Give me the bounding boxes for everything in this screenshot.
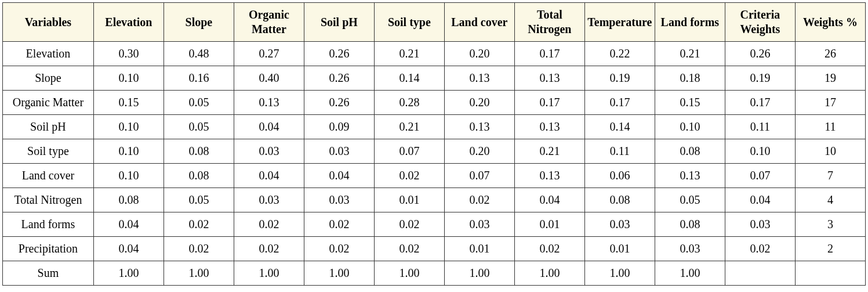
cell-value: 0.04 [93, 212, 164, 237]
header-variables: Variables [3, 3, 94, 42]
cell-value: 0.03 [234, 188, 304, 212]
cell-value: 0.20 [444, 42, 514, 66]
row-label: Soil pH [3, 115, 94, 139]
cell-value: 0.10 [93, 164, 164, 188]
cell-value: 0.08 [655, 212, 725, 237]
cell-value: 3 [795, 212, 865, 237]
cell-value: 0.10 [93, 66, 164, 91]
table-row: Soil type0.100.080.030.030.070.200.210.1… [3, 139, 866, 164]
cell-value [725, 261, 795, 286]
row-label: Land forms [3, 212, 94, 237]
cell-value: 0.28 [374, 91, 444, 115]
cell-value: 0.17 [514, 42, 584, 66]
cell-value: 0.22 [584, 42, 655, 66]
cell-value: 19 [795, 66, 865, 91]
cell-value: 0.17 [725, 91, 795, 115]
cell-value: 0.05 [164, 91, 234, 115]
cell-value: 0.07 [374, 139, 444, 164]
cell-value: 0.05 [655, 188, 725, 212]
cell-value: 11 [795, 115, 865, 139]
table-row: Land forms0.040.020.020.020.020.030.010.… [3, 212, 866, 237]
cell-value: 0.19 [584, 66, 655, 91]
row-label: Land cover [3, 164, 94, 188]
row-label: Sum [3, 261, 94, 286]
cell-value: 1.00 [164, 261, 234, 286]
cell-value: 0.02 [234, 212, 304, 237]
cell-value: 0.17 [584, 91, 655, 115]
row-label: Organic Matter [3, 91, 94, 115]
cell-value: 1.00 [584, 261, 655, 286]
cell-value: 0.14 [584, 115, 655, 139]
table-row: Elevation0.300.480.270.260.210.200.170.2… [3, 42, 866, 66]
cell-value: 0.26 [725, 42, 795, 66]
cell-value: 0.02 [374, 237, 444, 261]
cell-value: 0.02 [164, 212, 234, 237]
cell-value: 0.03 [234, 139, 304, 164]
cell-value: 0.13 [444, 66, 514, 91]
header-weightspct: Weights % [795, 3, 865, 42]
cell-value: 0.10 [725, 139, 795, 164]
cell-value: 0.21 [374, 115, 444, 139]
cell-value: 0.10 [655, 115, 725, 139]
row-label: Slope [3, 66, 94, 91]
cell-value: 0.13 [655, 164, 725, 188]
cell-value: 10 [795, 139, 865, 164]
header-critweight: Criteria Weights [725, 3, 795, 42]
cell-value: 0.07 [444, 164, 514, 188]
criteria-weights-table: Variables Elevation Slope Organic Matter… [2, 2, 866, 286]
cell-value: 0.05 [164, 188, 234, 212]
cell-value: 0.07 [725, 164, 795, 188]
cell-value: 0.04 [234, 115, 304, 139]
cell-value: 0.13 [514, 66, 584, 91]
cell-value: 0.02 [234, 237, 304, 261]
cell-value [795, 261, 865, 286]
cell-value: 0.08 [164, 164, 234, 188]
cell-value: 0.08 [655, 139, 725, 164]
cell-value: 0.01 [584, 237, 655, 261]
cell-value: 2 [795, 237, 865, 261]
cell-value: 0.06 [584, 164, 655, 188]
cell-value: 0.04 [234, 164, 304, 188]
header-soilph: Soil pH [304, 3, 374, 42]
cell-value: 0.17 [514, 91, 584, 115]
cell-value: 0.26 [304, 66, 374, 91]
cell-value: 0.01 [444, 237, 514, 261]
cell-value: 1.00 [444, 261, 514, 286]
cell-value: 1.00 [304, 261, 374, 286]
header-nitrogen: Total Nitrogen [514, 3, 584, 42]
cell-value: 0.19 [725, 66, 795, 91]
header-organic: Organic Matter [234, 3, 304, 42]
cell-value: 0.02 [304, 237, 374, 261]
header-landcover: Land cover [444, 3, 514, 42]
cell-value: 0.16 [164, 66, 234, 91]
cell-value: 0.09 [304, 115, 374, 139]
table-row: Total Nitrogen0.080.050.030.030.010.020.… [3, 188, 866, 212]
cell-value: 0.08 [164, 139, 234, 164]
cell-value: 0.13 [514, 115, 584, 139]
row-label: Total Nitrogen [3, 188, 94, 212]
cell-value: 0.13 [514, 164, 584, 188]
row-label: Elevation [3, 42, 94, 66]
row-label: Soil type [3, 139, 94, 164]
cell-value: 0.26 [304, 91, 374, 115]
cell-value: 0.21 [655, 42, 725, 66]
cell-value: 0.04 [304, 164, 374, 188]
cell-value: 0.03 [304, 188, 374, 212]
cell-value: 0.03 [725, 212, 795, 237]
cell-value: 1.00 [234, 261, 304, 286]
cell-value: 0.04 [514, 188, 584, 212]
cell-value: 0.48 [164, 42, 234, 66]
cell-value: 0.11 [584, 139, 655, 164]
header-slope: Slope [164, 3, 234, 42]
cell-value: 0.04 [725, 188, 795, 212]
cell-value: 0.02 [725, 237, 795, 261]
cell-value: 0.13 [444, 115, 514, 139]
cell-value: 0.04 [93, 237, 164, 261]
cell-value: 0.02 [514, 237, 584, 261]
row-label: Precipitation [3, 237, 94, 261]
cell-value: 4 [795, 188, 865, 212]
table-row: Soil pH0.100.050.040.090.210.130.130.140… [3, 115, 866, 139]
cell-value: 0.01 [514, 212, 584, 237]
cell-value: 1.00 [514, 261, 584, 286]
cell-value: 0.40 [234, 66, 304, 91]
